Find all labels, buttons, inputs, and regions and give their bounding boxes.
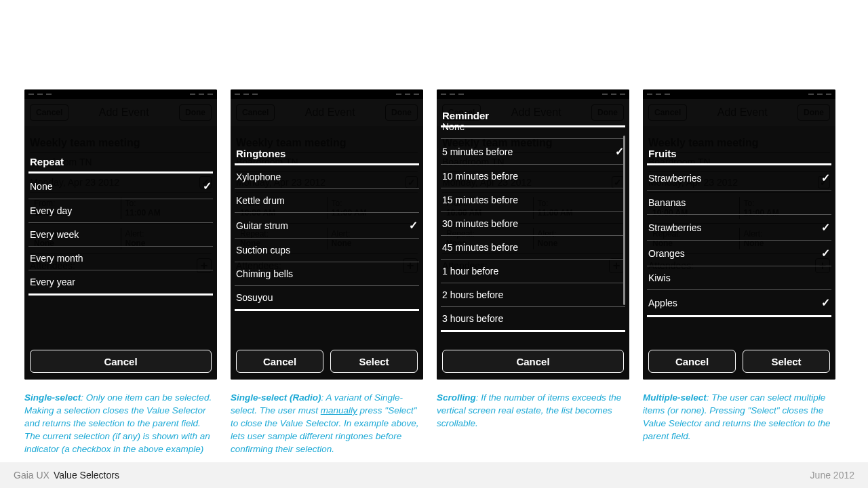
option-label: Bananas <box>648 197 686 208</box>
mock-single-select: Cancel Add Event Done Weekly team meetin… <box>24 89 217 380</box>
footer: Gaia UX Value Selectors June 2012 <box>0 462 868 488</box>
check-icon: ✓ <box>821 296 830 309</box>
selector-title: Fruits <box>647 144 831 165</box>
option-label: Sosuyou <box>236 292 273 303</box>
option-label: 3 hours before <box>442 313 503 324</box>
footer-page: Value Selectors <box>54 470 119 481</box>
selector-option[interactable]: Bananas <box>647 191 831 215</box>
selector-option[interactable]: 15 minutes before <box>441 188 625 212</box>
selector-title: Repeat <box>28 152 213 174</box>
selector-option[interactable]: Every day <box>28 199 213 223</box>
option-label: 1 hour before <box>442 266 498 277</box>
option-list: XylophoneKettle drumGuitar strum✓Suction… <box>235 165 419 311</box>
option-label: 10 minutes before <box>442 171 518 182</box>
selector-option[interactable]: Every week <box>28 223 213 247</box>
option-list: None✓Every dayEvery weekEvery monthEvery… <box>28 174 213 296</box>
option-label: Every day <box>30 205 72 216</box>
selector-option[interactable]: 2 hours before <box>441 283 625 307</box>
page-title: Add Event <box>99 106 149 119</box>
selector-option[interactable]: None <box>441 115 625 139</box>
selector-option[interactable]: Kiwis <box>647 266 831 290</box>
selector-option[interactable]: Apples✓ <box>647 290 831 317</box>
status-bar <box>643 89 835 99</box>
selector-option[interactable]: Kettle drum <box>235 189 419 213</box>
check-icon: ✓ <box>821 247 830 260</box>
option-label: 15 minutes before <box>442 195 518 205</box>
mock-scrolling: Cancel Add Event Done Weekly team meetin… <box>437 89 629 380</box>
selector-option[interactable]: Every month <box>28 247 213 270</box>
option-label: Guitar strum <box>236 220 288 231</box>
option-label: Kettle drum <box>236 195 285 206</box>
option-label: None <box>442 121 465 132</box>
option-label: 30 minutes before <box>442 218 518 229</box>
option-list: None5 minutes before✓10 minutes before15… <box>441 115 625 331</box>
selector-option[interactable]: Guitar strum✓ <box>235 213 419 239</box>
scrollbar-thumb[interactable] <box>623 136 625 305</box>
footer-date: June 2012 <box>810 470 854 481</box>
check-icon: ✓ <box>409 219 418 232</box>
option-label: Every year <box>30 277 75 287</box>
selector-option[interactable]: 45 minutes before <box>441 236 625 260</box>
selector-option[interactable]: Chiming bells <box>235 262 419 286</box>
option-label: Chiming bells <box>236 268 293 279</box>
cancel-button[interactable]: Cancel <box>442 350 624 373</box>
mock-single-select-radio: Cancel Add Event Done Weekly team meetin… <box>231 89 423 380</box>
option-label: Every month <box>30 253 83 264</box>
status-bar <box>437 89 629 99</box>
selector-option[interactable]: None✓ <box>28 174 213 199</box>
status-bar <box>24 89 217 99</box>
status-bar <box>231 89 423 99</box>
caption: Single-select: Only one item can be sele… <box>24 392 217 455</box>
selector-option[interactable]: Strawberries✓ <box>647 165 831 191</box>
selector-title: Ringtones <box>235 144 419 165</box>
check-icon: ✓ <box>821 221 830 234</box>
event-title: Weekly team meeting <box>30 131 212 152</box>
option-label: Strawberries <box>648 173 702 184</box>
check-icon: ✓ <box>821 171 830 184</box>
value-selector-ringtones: Ringtones XylophoneKettle drumGuitar str… <box>235 144 419 311</box>
option-label: Suction cups <box>236 245 290 256</box>
option-label: Every week <box>30 229 79 240</box>
selector-option[interactable]: Every year <box>28 270 213 296</box>
option-label: None <box>30 181 52 192</box>
done-button[interactable]: Done <box>179 104 212 121</box>
selector-option[interactable]: 3 hours before <box>441 307 625 331</box>
mock-multiple-select: Cancel Add Event Done Weekly team meetin… <box>643 89 835 380</box>
option-label: Kiwis <box>648 272 671 283</box>
cancel-button[interactable]: Cancel <box>648 350 736 373</box>
selector-option[interactable]: Sosuyou <box>235 286 419 311</box>
cancel-button[interactable]: Cancel <box>236 350 323 373</box>
value-selector-fruits: Fruits Strawberries✓BananasStrawberries✓… <box>647 144 831 317</box>
caption: Multiple-select: The user can select mul… <box>643 392 835 443</box>
selector-option[interactable]: 1 hour before <box>441 260 625 283</box>
cancel-button[interactable]: Cancel <box>30 350 212 373</box>
selector-option[interactable]: 30 minutes before <box>441 212 625 236</box>
check-icon: ✓ <box>203 180 212 192</box>
option-label: 5 minutes before <box>442 146 513 157</box>
selector-option[interactable]: Oranges✓ <box>647 241 831 266</box>
selector-option[interactable]: Suction cups <box>235 239 419 262</box>
value-selector-repeat: Repeat None✓Every dayEvery weekEvery mon… <box>28 152 213 296</box>
option-label: Strawberries <box>648 222 702 233</box>
select-button[interactable]: Select <box>743 350 830 373</box>
option-label: Xylophone <box>236 171 281 182</box>
option-label: 45 minutes before <box>442 242 518 253</box>
option-label: Oranges <box>648 248 685 259</box>
cancel-button[interactable]: Cancel <box>30 104 68 121</box>
selector-option[interactable]: 10 minutes before <box>441 165 625 188</box>
option-label: 2 hours before <box>442 289 503 300</box>
caption: Single-select (Radio): A variant of Sing… <box>231 392 423 455</box>
value-selector-reminder: Reminder None5 minutes before✓10 minutes… <box>441 106 625 343</box>
selector-option[interactable]: Strawberries✓ <box>647 215 831 241</box>
selector-option[interactable]: 5 minutes before✓ <box>441 139 625 165</box>
footer-brand: Gaia UX <box>14 470 50 481</box>
selector-option[interactable]: Xylophone <box>235 165 419 189</box>
option-list: Strawberries✓BananasStrawberries✓Oranges… <box>647 165 831 317</box>
select-button[interactable]: Select <box>330 350 418 373</box>
option-label: Apples <box>648 298 677 308</box>
caption: Scrolling: If the number of items exceed… <box>437 392 629 430</box>
